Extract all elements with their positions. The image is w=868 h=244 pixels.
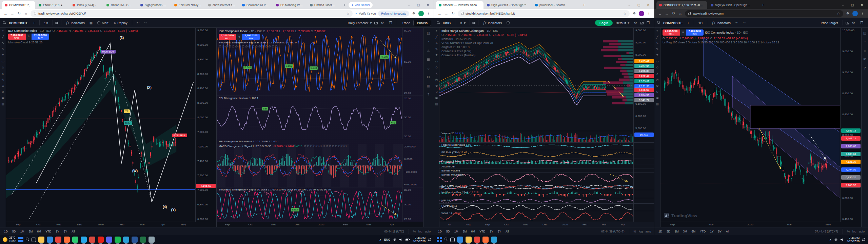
chart-canvas[interactable] xyxy=(439,204,633,211)
redo-icon[interactable]: ↷ xyxy=(142,20,149,26)
ideas-icon[interactable]: ☼ xyxy=(427,66,430,70)
forward-icon[interactable]: → xyxy=(10,12,15,16)
time-axis[interactable]: SepOctNovDec2026FebMarApr xyxy=(217,222,402,227)
browser-tab[interactable]: ENRG 1,710 ▲ xyxy=(36,1,69,9)
pane-title[interactable]: Stochastic Divergence + Signal R close 1… xyxy=(219,41,297,44)
screener-icon[interactable]: ▥ xyxy=(427,84,430,88)
bookmark-star-icon[interactable]: ☆ xyxy=(837,12,840,15)
indicator-legend[interactable]: Consensus Price (Low) xyxy=(441,49,471,53)
measure-icon[interactable]: ◎ xyxy=(435,78,438,81)
indicator-legend[interactable]: Ichimoku Cloud 9 26 52 26 xyxy=(8,41,42,44)
browser-tab[interactable]: Sign yourself -… xyxy=(138,1,171,9)
notification-bell-icon[interactable] xyxy=(428,238,431,241)
fullscreen-icon[interactable]: ❐ xyxy=(387,20,394,26)
time-axis[interactable]: SepNov2026MarMay xyxy=(660,222,840,227)
clock[interactable]: 07:44:39 (UTC+7) xyxy=(601,230,624,233)
fib-retracement-icon[interactable]: ∿ xyxy=(435,42,438,45)
extensions-icon[interactable]: ❖ xyxy=(632,11,636,16)
chart-canvas[interactable] xyxy=(439,184,633,190)
chart-type-icon[interactable] xyxy=(55,21,59,25)
indicator-legend[interactable]: Ichimoku 9 26 52 26 26 xyxy=(441,37,471,41)
vscode-icon[interactable] xyxy=(123,237,129,243)
chart-canvas[interactable] xyxy=(660,28,840,222)
range-button[interactable]: 1D xyxy=(3,229,8,233)
layout-grid-icon[interactable]: ▦ xyxy=(87,20,95,26)
lock-all-icon[interactable]: ▣ xyxy=(435,97,438,100)
help-icon[interactable]: ? xyxy=(864,66,866,70)
browser-tab[interactable]: Untitled Jasor… xyxy=(307,1,340,9)
menu-kebab-icon[interactable]: ⋮ xyxy=(647,11,651,16)
publish-button[interactable]: Publish xyxy=(413,20,431,26)
refresh-icon[interactable]: ↻ xyxy=(17,11,21,16)
range-button[interactable]: All xyxy=(505,229,509,233)
pane-scale[interactable]: 200.00000.0000−200.0000−400.0000 xyxy=(402,144,423,187)
remove-drawings-icon[interactable]: ▥ xyxy=(1,103,4,106)
browser-tab[interactable]: EB Manning Pr… xyxy=(273,1,307,9)
symbol-title[interactable]: Index Harga Saham Gabungan xyxy=(441,29,484,33)
wifi-icon[interactable] xyxy=(393,238,397,241)
maximize-button[interactable]: ▢ xyxy=(634,1,644,9)
search-icon[interactable] xyxy=(26,238,29,242)
volume-icon[interactable] xyxy=(841,238,844,241)
crosshair-icon[interactable]: + xyxy=(2,29,4,33)
clock[interactable]: 07:44:45 (UTC+7) xyxy=(815,230,838,233)
chart-canvas[interactable] xyxy=(439,172,633,184)
chart-canvas[interactable] xyxy=(217,96,402,139)
back-icon[interactable]: ← xyxy=(3,12,8,16)
range-button[interactable]: 6M xyxy=(691,229,696,233)
price-scale[interactable]: 9,200.009,000.008,800.008,600.008,400.00… xyxy=(195,28,216,222)
pane-title[interactable]: Stochastic Divergence + Signal 50 close … xyxy=(219,188,331,191)
browser-tab[interactable]: Stockbit — Investasi Saham Ber… xyxy=(436,1,484,9)
scale-option[interactable]: auto xyxy=(859,230,865,233)
scale-option[interactable]: % xyxy=(634,230,636,233)
extensions-icon[interactable]: ❖ xyxy=(846,11,850,16)
help-icon[interactable]: ? xyxy=(428,93,430,97)
interval-button[interactable]: 1D xyxy=(696,20,705,26)
pattern-icon[interactable]: ∧ xyxy=(656,72,658,75)
profile-avatar[interactable] xyxy=(639,11,644,16)
sell-button[interactable]: 7,106.5200SELL xyxy=(663,29,680,36)
chart-canvas[interactable] xyxy=(439,150,633,159)
pattern-icon[interactable]: ∧ xyxy=(435,72,438,75)
compare-add-icon[interactable]: + xyxy=(31,20,37,26)
telegram-icon[interactable] xyxy=(81,237,87,243)
sell-button[interactable]: 7,106.5200SELL xyxy=(8,34,26,40)
snapshot-camera-icon[interactable] xyxy=(640,22,644,24)
menu-kebab-icon[interactable]: ⋮ xyxy=(426,11,431,16)
profile-avatar[interactable] xyxy=(418,11,424,16)
back-icon[interactable]: ← xyxy=(437,12,442,16)
chart-canvas[interactable] xyxy=(439,198,633,203)
maximize-button[interactable]: ▢ xyxy=(414,1,423,9)
bookmark-star-icon[interactable]: ☆ xyxy=(347,12,350,15)
pane-scale[interactable]: 70.0050.0030.00 xyxy=(402,96,423,139)
symbol-button[interactable]: COMPOSITE xyxy=(661,20,685,26)
lock-all-icon[interactable]: ▣ xyxy=(1,97,4,100)
buy-button[interactable]: 7,106.5200BUY xyxy=(242,34,260,40)
task-view-icon[interactable] xyxy=(450,238,455,242)
scale-option[interactable]: auto xyxy=(645,230,651,233)
crosshair-icon[interactable]: + xyxy=(656,29,658,33)
time-axis[interactable]: JulAugSepOctNovDec2026FebMarApr xyxy=(439,222,633,227)
brush-icon[interactable]: ✎ xyxy=(2,48,4,51)
zoom-in-icon[interactable]: ⊕ xyxy=(656,84,659,87)
shapes-icon[interactable]: ▭ xyxy=(435,60,438,63)
tray-chevron-icon[interactable]: ∧ xyxy=(379,238,381,241)
buy-button[interactable]: 7,106.5200BUY xyxy=(32,34,49,40)
pane-title[interactable]: Bandar Volume xyxy=(441,169,460,172)
browser-tab[interactable]: Edit Post “Daily… xyxy=(172,1,205,9)
pattern-icon[interactable]: ∧ xyxy=(2,72,4,75)
new-tab-button[interactable]: + xyxy=(341,2,348,8)
clock[interactable]: 7:44 AM4/28/2026 xyxy=(847,236,860,243)
wifi-icon[interactable] xyxy=(834,238,838,241)
close-button[interactable]: ✕ xyxy=(857,1,867,9)
replay-button[interactable]: ↻Replay xyxy=(111,20,130,26)
clock[interactable]: 7:44 AM4/28/2026 xyxy=(413,236,426,243)
symbol-button[interactable]: IHSG xyxy=(441,20,453,26)
brush-icon[interactable]: ✎ xyxy=(656,48,659,51)
range-button[interactable]: 5Y xyxy=(497,229,502,233)
trend-line-icon[interactable]: ╱ xyxy=(436,36,437,39)
range-button[interactable]: YTD xyxy=(479,229,486,233)
start-button[interactable] xyxy=(18,237,24,242)
brush-icon[interactable]: ✎ xyxy=(435,48,438,51)
undo-icon[interactable]: ↶ xyxy=(733,20,740,26)
